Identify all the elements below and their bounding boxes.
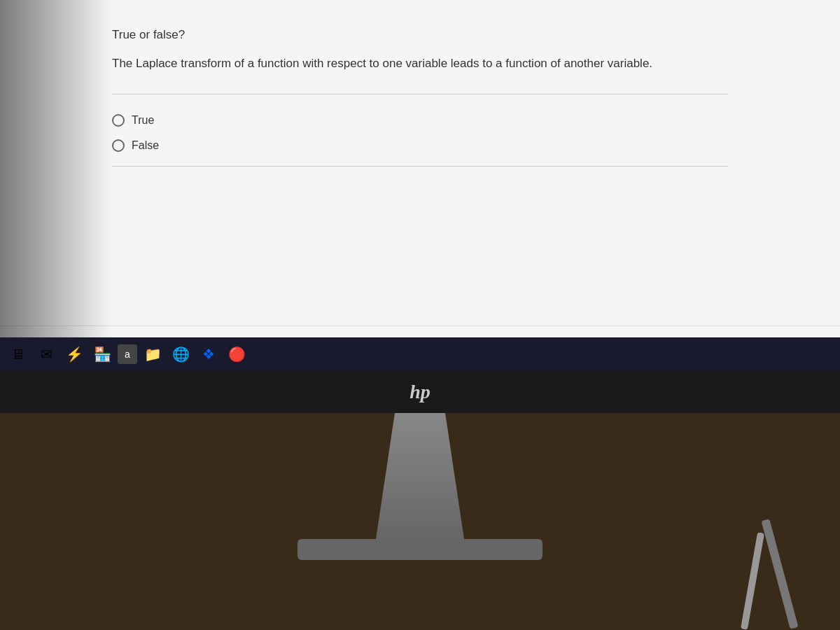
monitor-bezel: hp [0,371,840,413]
question-type-label: True or false? [112,28,728,42]
taskbar-start-icon[interactable]: 🖥 [6,342,31,367]
taskbar-mail-icon[interactable]: ✉ [34,342,59,367]
taskbar-dropbox-icon[interactable]: ❖ [196,342,221,367]
question-divider [112,94,728,94]
cable-1 [761,519,798,629]
radio-true[interactable] [112,114,125,127]
monitor-bottom: hp [0,371,840,630]
option-true-label: True [132,114,154,127]
question-text: The Laplace transform of a function with… [112,55,728,73]
taskbar-folder-icon[interactable]: 📁 [140,342,165,367]
screen: True or false? The Laplace transform of … [0,0,840,371]
taskbar-store-icon[interactable]: 🏪 [90,342,115,367]
monitor-stand [357,413,483,539]
taskbar-red-icon[interactable]: 🔴 [224,342,249,367]
radio-false[interactable] [112,139,125,152]
hp-logo: hp [410,381,430,403]
taskbar-edge-icon[interactable]: 🌐 [168,342,193,367]
quiz-area: True or false? The Laplace transform of … [0,0,840,326]
monitor-base [298,539,542,560]
options-list: True False [112,114,728,166]
cables-area [560,490,840,630]
option-true[interactable]: True [112,114,728,127]
bottom-divider [112,166,728,167]
option-false-label: False [132,139,159,152]
cable-2 [741,532,764,630]
taskbar-lightning-icon[interactable]: ⚡ [62,342,87,367]
option-false[interactable]: False [112,139,728,152]
taskbar-a-icon[interactable]: a [118,344,137,364]
taskbar: 🖥 ✉ ⚡ 🏪 a 📁 🌐 ❖ 🔴 [0,337,840,371]
